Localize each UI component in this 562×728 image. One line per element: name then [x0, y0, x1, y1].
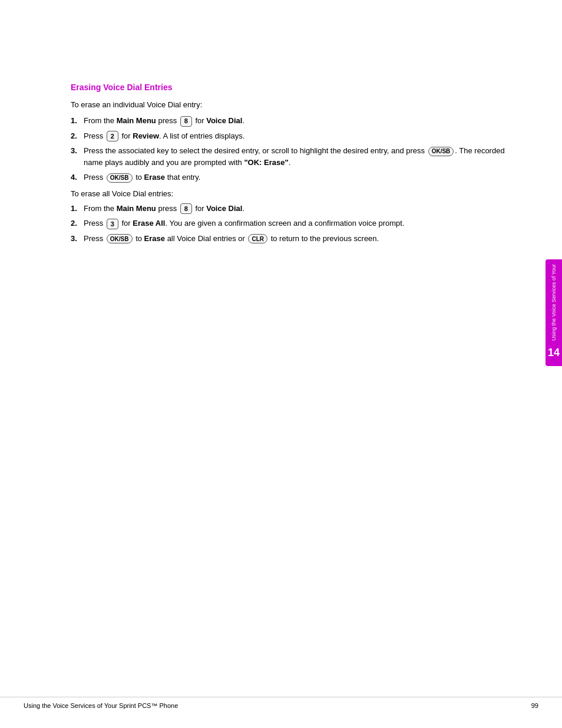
bold-text: Erase	[144, 173, 165, 182]
button-clr: CLR	[248, 234, 267, 243]
button-ok-sb: OK/SB	[107, 173, 133, 183]
step-content: Press 3 for Erase All. You are given a c…	[84, 218, 515, 229]
side-tab: Using the Voice Services of Your 14	[546, 259, 562, 366]
step-content: Press OK/SB to Erase all Voice Dial entr…	[84, 233, 515, 245]
button-ok-sb: OK/SB	[428, 147, 454, 156]
step-number: 1.	[71, 115, 84, 127]
section-title: Erasing Voice Dial Entries	[71, 83, 515, 92]
list-item: 2. Press 3 for Erase All. You are given …	[71, 218, 515, 229]
step-number: 4.	[71, 172, 84, 183]
button-2: 2	[107, 131, 118, 141]
page-container: Erasing Voice Dial Entries To erase an i…	[0, 0, 562, 728]
chapter-number: 14	[546, 344, 562, 361]
bold-text: Main Menu	[117, 116, 156, 125]
footer: Using the Voice Services of Your Sprint …	[0, 697, 562, 709]
bold-text: Review	[133, 131, 159, 140]
bold-text: Main Menu	[117, 204, 156, 213]
intro-all: To erase all Voice Dial entries:	[71, 189, 515, 198]
bold-text: Voice Dial	[206, 116, 242, 125]
step-number: 3.	[71, 233, 84, 245]
step-number: 2.	[71, 130, 84, 142]
list-item: 1. From the Main Menu press 8 for Voice …	[71, 115, 515, 127]
list-item: 1. From the Main Menu press 8 for Voice …	[71, 203, 515, 215]
bold-text: Voice Dial	[206, 204, 242, 213]
step-content: Press OK/SB to Erase that entry.	[84, 172, 515, 183]
bold-text: Erase	[144, 234, 165, 243]
step-content: From the Main Menu press 8 for Voice Dia…	[84, 115, 515, 127]
quoted-bold: "OK: Erase"	[244, 158, 288, 167]
step-number: 1.	[71, 203, 84, 215]
footer-left-text: Using the Voice Services of Your Sprint …	[24, 702, 178, 709]
step-number: 2.	[71, 218, 84, 229]
side-tab-label: Using the Voice Services of Your	[551, 264, 557, 341]
button-3: 3	[107, 219, 118, 229]
step-content: Press 2 for Review. A list of entries di…	[84, 130, 515, 142]
steps-individual-list: 1. From the Main Menu press 8 for Voice …	[71, 115, 515, 183]
content-area: Erasing Voice Dial Entries To erase an i…	[71, 83, 515, 681]
footer-page-number: 99	[531, 702, 538, 709]
button-8: 8	[180, 116, 192, 127]
step-content: From the Main Menu press 8 for Voice Dia…	[84, 203, 515, 215]
list-item: 3. Press OK/SB to Erase all Voice Dial e…	[71, 233, 515, 245]
list-item: 4. Press OK/SB to Erase that entry.	[71, 172, 515, 183]
bold-text: Erase All	[133, 219, 165, 228]
list-item: 2. Press 2 for Review. A list of entries…	[71, 130, 515, 142]
button-ok-sb: OK/SB	[107, 234, 133, 243]
intro-individual: To erase an individual Voice Dial entry:	[71, 100, 515, 109]
step-number: 3.	[71, 145, 84, 157]
step-content: Press the associated key to select the d…	[84, 145, 515, 168]
steps-all-list: 1. From the Main Menu press 8 for Voice …	[71, 203, 515, 245]
button-8: 8	[180, 203, 192, 214]
list-item: 3. Press the associated key to select th…	[71, 145, 515, 168]
